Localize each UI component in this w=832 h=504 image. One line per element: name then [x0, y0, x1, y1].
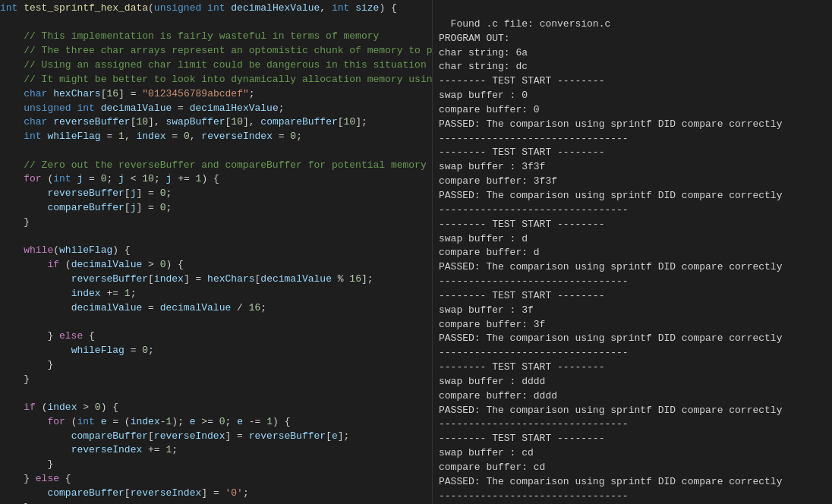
code-line: compareBuffer[reverseIndex] = '0';	[0, 487, 432, 501]
code-lines: int test_sprintf_hex_data(unsigned int d…	[0, 2, 432, 504]
code-line: whileFlag = 0;	[0, 344, 432, 358]
code-line: decimalValue = decimalValue / 16;	[0, 301, 432, 316]
code-line: int whileFlag = 1, index = 0, reverseInd…	[0, 130, 432, 144]
code-line: } else {	[0, 472, 432, 487]
code-line: if (decimalValue > 0) {	[0, 258, 432, 272]
code-line: if (index > 0) {	[0, 401, 432, 415]
code-line: }	[0, 358, 432, 373]
code-line: // Zero out the reverseBuffer and compar…	[0, 159, 432, 173]
code-line: reverseIndex += 1;	[0, 443, 432, 458]
code-line: while(whileFlag) {	[0, 244, 432, 258]
output-panel: Found .c file: conversion.c PROGRAM OUT:…	[433, 0, 832, 504]
code-line: // This implementation is fairly wastefu…	[0, 30, 432, 44]
code-line: } else {	[0, 329, 432, 344]
code-line: }	[0, 373, 432, 387]
code-line: // The three char arrays represent an op…	[0, 44, 432, 58]
code-line	[0, 230, 432, 244]
code-line: reverseBuffer[index] = hexChars[decimalV…	[0, 272, 432, 287]
code-line: compareBuffer[reverseIndex] = reverseBuf…	[0, 430, 432, 444]
code-line: char hexChars[16] = "0123456789abcdef";	[0, 87, 432, 102]
code-line	[0, 316, 432, 330]
code-line: unsigned int decimalValue = decimalHexVa…	[0, 102, 432, 116]
output-text: Found .c file: conversion.c PROGRAM OUT:…	[439, 18, 782, 504]
code-line: int test_sprintf_hex_data(unsigned int d…	[0, 2, 432, 16]
code-line	[0, 386, 432, 401]
code-line: }	[0, 458, 432, 472]
code-panel: int test_sprintf_hex_data(unsigned int d…	[0, 0, 433, 504]
code-line: char reverseBuffer[10], swapBuffer[10], …	[0, 115, 432, 130]
code-line	[0, 144, 432, 159]
code-line: for (int j = 0; j < 10; j += 1) {	[0, 172, 432, 187]
code-line	[0, 16, 432, 30]
code-line: for (int e = (index-1); e >= 0; e -= 1) …	[0, 415, 432, 430]
code-line: }	[0, 501, 432, 504]
code-line: reverseBuffer[j] = 0;	[0, 187, 432, 201]
code-line: index += 1;	[0, 287, 432, 301]
code-line: }	[0, 216, 432, 230]
code-line: // It might be better to look into dynam…	[0, 73, 432, 87]
code-line: // Using an assigned char limit could be…	[0, 58, 432, 73]
code-line: compareBuffer[j] = 0;	[0, 201, 432, 216]
